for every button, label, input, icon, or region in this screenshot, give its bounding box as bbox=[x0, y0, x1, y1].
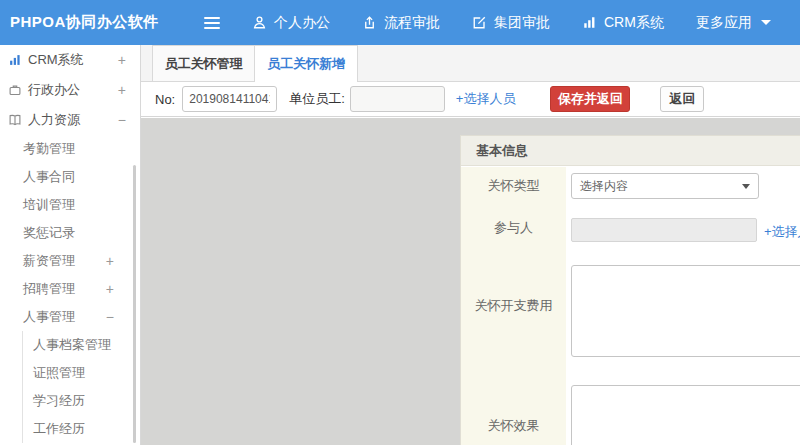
form-body: 关怀类型 选择内容 参与人 +选择人员 关怀开支费用 关怀效果 bbox=[461, 167, 800, 445]
participants-label: 参与人 bbox=[461, 221, 566, 235]
sidebar-item-personnel[interactable]: 人事管理− bbox=[0, 303, 140, 331]
unit-employee-input[interactable] bbox=[350, 86, 445, 112]
sidebar-item-certificates[interactable]: 证照管理 bbox=[23, 359, 140, 387]
basic-info-panel: 基本信息 关怀类型 选择内容 参与人 +选择人员 关怀开支费用 关怀效果 bbox=[460, 135, 800, 445]
sidebar-item-label: 奖惩记录 bbox=[23, 224, 75, 242]
user-icon bbox=[252, 15, 267, 30]
sidebar-item-attendance[interactable]: 考勤管理 bbox=[0, 135, 140, 163]
top-bar: PHPOA协同办公软件 个人办公 流程审批 集团审批 CRM系统 bbox=[0, 0, 800, 45]
sidebar-item-education-history[interactable]: 学习经历 bbox=[23, 387, 140, 415]
nav-crm-system[interactable]: CRM系统 bbox=[582, 14, 664, 32]
sidebar-scrollbar[interactable] bbox=[133, 165, 136, 443]
app-title: PHPOA协同办公软件 bbox=[0, 13, 180, 32]
sidebar-item-label: 人事管理 bbox=[23, 308, 75, 326]
content-area: 基本信息 关怀类型 选择内容 参与人 +选择人员 关怀开支费用 关怀效果 bbox=[141, 118, 800, 445]
edit-icon bbox=[472, 15, 487, 30]
nav-label: CRM系统 bbox=[604, 14, 664, 32]
care-expense-label: 关怀开支费用 bbox=[461, 299, 566, 313]
sidebar-item-label: 招聘管理 bbox=[23, 280, 75, 298]
sidebar-item-personnel-files[interactable]: 人事档案管理 bbox=[23, 331, 140, 359]
no-label: No: bbox=[155, 92, 175, 107]
caret-down-icon bbox=[761, 20, 771, 25]
nav-label: 更多应用 bbox=[696, 14, 752, 32]
sidebar-item-work-history[interactable]: 工作经历 bbox=[23, 415, 140, 443]
select-value: 选择内容 bbox=[580, 179, 628, 193]
back-button[interactable]: 返回 bbox=[660, 86, 704, 112]
sidebar-item-salary[interactable]: 薪资管理+ bbox=[0, 247, 140, 275]
sidebar-subgroup-personnel: 人事档案管理 证照管理 学习经历 工作经历 bbox=[22, 331, 140, 443]
sidebar-item-label: 人力资源 bbox=[28, 111, 80, 129]
care-effect-textarea[interactable] bbox=[571, 385, 800, 445]
select-participants-link[interactable]: +选择人员 bbox=[764, 223, 800, 241]
bar-chart-icon bbox=[582, 15, 597, 30]
collapse-icon[interactable]: − bbox=[118, 112, 126, 128]
sidebar-item-label: CRM系统 bbox=[28, 51, 84, 69]
briefcase-icon bbox=[8, 83, 22, 97]
sidebar-item-label: 人事档案管理 bbox=[33, 336, 111, 354]
sidebar-item-crm[interactable]: CRM系统 + bbox=[0, 45, 140, 75]
sidebar-item-label: 薪资管理 bbox=[23, 252, 75, 270]
unit-employee-label: 单位员工: bbox=[289, 90, 345, 108]
sidebar-item-admin-office[interactable]: 行政办公 + bbox=[0, 75, 140, 105]
care-type-select[interactable]: 选择内容 bbox=[571, 173, 759, 199]
nav-personal-office[interactable]: 个人办公 bbox=[252, 14, 330, 32]
sidebar-item-hr-contract[interactable]: 人事合同 bbox=[0, 163, 140, 191]
sidebar-item-label: 证照管理 bbox=[33, 364, 85, 382]
sidebar-item-label: 学习经历 bbox=[33, 392, 85, 410]
sidebar-item-rewards[interactable]: 奖惩记录 bbox=[0, 219, 140, 247]
top-nav: 个人办公 流程审批 集团审批 CRM系统 更多应用 bbox=[252, 14, 771, 32]
book-icon bbox=[8, 113, 22, 127]
nav-label: 个人办公 bbox=[274, 14, 330, 32]
nav-label: 集团审批 bbox=[494, 14, 550, 32]
workflow-icon bbox=[362, 15, 377, 30]
expand-icon[interactable]: + bbox=[118, 52, 126, 68]
sidebar-item-hr[interactable]: 人力资源 − bbox=[0, 105, 140, 135]
sidebar-item-label: 考勤管理 bbox=[23, 140, 75, 158]
tab-employee-care-management[interactable]: 员工关怀管理 bbox=[152, 45, 255, 82]
nav-group-approval[interactable]: 集团审批 bbox=[472, 14, 550, 32]
bar-chart-icon bbox=[8, 53, 22, 67]
care-type-label: 关怀类型 bbox=[461, 179, 566, 193]
section-title: 基本信息 bbox=[461, 136, 800, 166]
sidebar-item-label: 工作经历 bbox=[33, 420, 85, 438]
no-input[interactable] bbox=[182, 86, 277, 112]
sidebar-item-label: 人事合同 bbox=[23, 168, 75, 186]
sidebar-item-training[interactable]: 培训管理 bbox=[0, 191, 140, 219]
save-and-return-button[interactable]: 保存并返回 bbox=[550, 86, 630, 112]
expand-icon[interactable]: + bbox=[106, 253, 114, 269]
expand-icon[interactable]: + bbox=[106, 281, 114, 297]
nav-workflow-approval[interactable]: 流程审批 bbox=[362, 14, 440, 32]
nav-more-apps[interactable]: 更多应用 bbox=[696, 14, 771, 32]
tab-employee-care-new[interactable]: 员工关怀新增 bbox=[255, 45, 358, 82]
care-expense-textarea[interactable] bbox=[571, 265, 800, 357]
select-person-link[interactable]: +选择人员 bbox=[456, 90, 516, 108]
nav-label: 流程审批 bbox=[384, 14, 440, 32]
sidebar-item-label: 培训管理 bbox=[23, 196, 75, 214]
sidebar: CRM系统 + 行政办公 + 人力资源 − 考勤管理 人事合同 培训管理 奖惩记… bbox=[0, 45, 141, 445]
hamburger-menu-icon[interactable] bbox=[198, 11, 226, 35]
participants-input[interactable] bbox=[571, 218, 757, 242]
care-effect-label: 关怀效果 bbox=[461, 419, 566, 433]
tab-bar: 员工关怀管理 员工关怀新增 bbox=[141, 45, 800, 82]
expand-icon[interactable]: + bbox=[118, 82, 126, 98]
sidebar-item-label: 行政办公 bbox=[28, 81, 80, 99]
form-toolbar: No: 单位员工: +选择人员 保存并返回 返回 bbox=[141, 82, 800, 117]
sidebar-item-recruitment[interactable]: 招聘管理+ bbox=[0, 275, 140, 303]
caret-down-icon bbox=[742, 184, 750, 189]
collapse-icon[interactable]: − bbox=[106, 309, 114, 325]
